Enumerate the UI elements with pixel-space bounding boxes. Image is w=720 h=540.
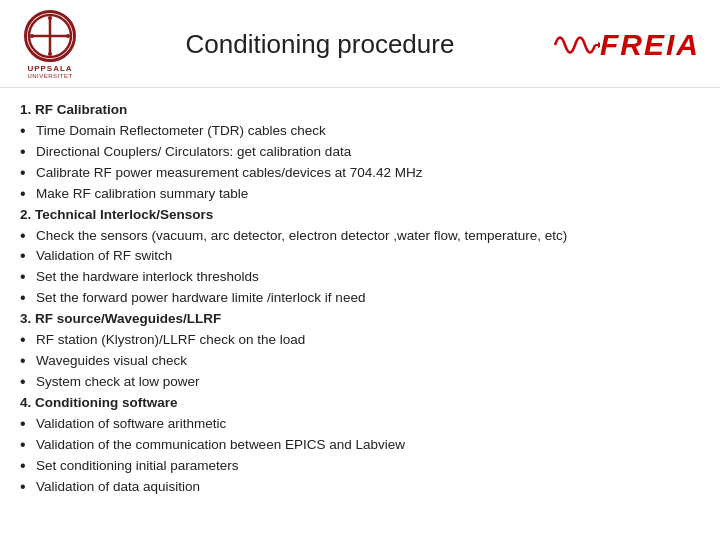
section-title-4: 4. Conditioning software [20,393,700,414]
bullet-text: Check the sensors (vacuum, arc detector,… [36,226,700,247]
bullet-text: Time Domain Reflectometer (TDR) cables c… [36,121,700,142]
header: UPPSALA UNIVERSITET Conditioning procedu… [0,0,720,88]
bullet-icon: • [20,163,36,184]
bullet-icon: • [20,414,36,435]
list-item: • Validation of software arithmetic [20,414,700,435]
list-item: • Validation of the communication betwee… [20,435,700,456]
bullet-text: Directional Couplers/ Circulators: get c… [36,142,700,163]
svg-point-3 [48,16,52,20]
section-title-3: 3. RF source/Waveguides/LLRF [20,309,700,330]
list-item: • Time Domain Reflectometer (TDR) cables… [20,121,700,142]
list-item: • Set the hardware interlock thresholds [20,267,700,288]
university-subtitle: UNIVERSITET [27,73,72,79]
bullet-text: Set the hardware interlock thresholds [36,267,700,288]
bullet-text: Set conditioning initial parameters [36,456,700,477]
wave-icon [550,20,600,70]
section-title-2: 2. Technical Interlock/Sensors [20,205,700,226]
university-name: UPPSALA [27,64,72,73]
logo-svg [27,13,73,59]
university-logo: UPPSALA UNIVERSITET [10,10,90,79]
bullet-icon: • [20,121,36,142]
bullet-icon: • [20,246,36,267]
freia-logo: FREIA [550,20,700,70]
list-item: • RF station (Klystron)/LLRF check on th… [20,330,700,351]
bullet-text: Validation of software arithmetic [36,414,700,435]
bullet-text: Calibrate RF power measurement cables/de… [36,163,700,184]
list-item: • Calibrate RF power measurement cables/… [20,163,700,184]
freia-text: FREIA [600,28,700,62]
bullet-text: Validation of the communication between … [36,435,700,456]
bullet-icon: • [20,372,36,393]
list-item: • Make RF calibration summary table [20,184,700,205]
list-item: • Set conditioning initial parameters [20,456,700,477]
bullet-icon: • [20,351,36,372]
bullet-text: Set the forward power hardware limite /i… [36,288,700,309]
bullet-text: Validation of RF switch [36,246,700,267]
bullet-icon: • [20,142,36,163]
bullet-text: RF station (Klystron)/LLRF check on the … [36,330,700,351]
bullet-icon: • [20,267,36,288]
list-item: • Directional Couplers/ Circulators: get… [20,142,700,163]
title-area: Conditioning procedure [90,29,550,60]
list-item: • Check the sensors (vacuum, arc detecto… [20,226,700,247]
page-title: Conditioning procedure [186,29,455,60]
bullet-text: Validation of data aquisition [36,477,700,498]
list-item: • Waveguides visual check [20,351,700,372]
bullet-icon: • [20,435,36,456]
bullet-icon: • [20,226,36,247]
bullet-icon: • [20,330,36,351]
main-content: 1. RF Calibration• Time Domain Reflectom… [0,88,720,508]
bullet-icon: • [20,477,36,498]
bullet-text: System check at low power [36,372,700,393]
list-item: • Set the forward power hardware limite … [20,288,700,309]
bullet-icon: • [20,184,36,205]
svg-point-6 [66,34,70,38]
section-title-1: 1. RF Calibration [20,100,700,121]
bullet-icon: • [20,288,36,309]
list-item: • System check at low power [20,372,700,393]
svg-point-4 [48,52,52,56]
svg-point-5 [30,34,34,38]
bullet-icon: • [20,456,36,477]
bullet-text: Make RF calibration summary table [36,184,700,205]
bullet-text: Waveguides visual check [36,351,700,372]
logo-circle [24,10,76,62]
list-item: • Validation of data aquisition [20,477,700,498]
list-item: • Validation of RF switch [20,246,700,267]
